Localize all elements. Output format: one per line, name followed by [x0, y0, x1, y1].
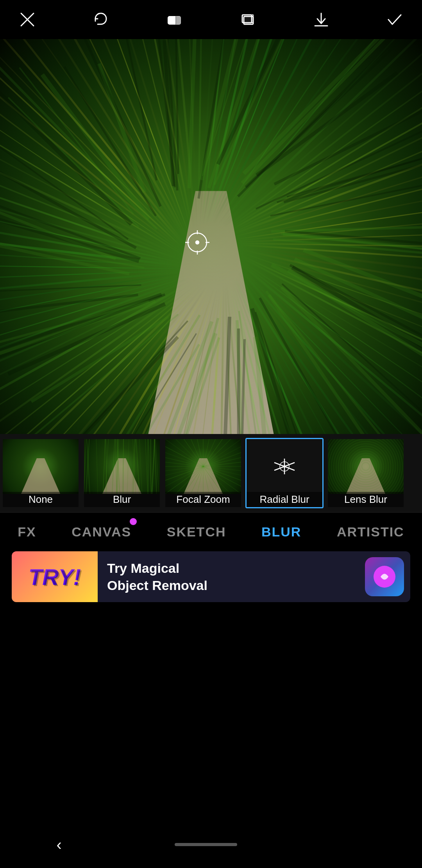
- bottom-nav: ‹: [0, 821, 422, 868]
- swirl-canvas: [0, 39, 422, 473]
- eraser-button[interactable]: [163, 8, 186, 31]
- filter-lens-blur-label: Lens Blur: [328, 492, 404, 507]
- ad-middle: Try MagicalObject Removal: [98, 560, 365, 594]
- filter-radial-blur-label: Radial Blur: [247, 492, 322, 507]
- filter-lens-blur[interactable]: Lens Blur: [327, 438, 405, 508]
- undo-button[interactable]: [89, 8, 113, 31]
- crosshair: [184, 229, 211, 256]
- tab-fx[interactable]: FX: [18, 520, 36, 543]
- filter-radial-blur[interactable]: Radial Blur: [245, 438, 324, 508]
- tab-blur[interactable]: BLUR: [261, 520, 301, 543]
- ad-banner[interactable]: TRY! Try MagicalObject Removal: [12, 551, 410, 602]
- tab-canvas[interactable]: CANVAS: [72, 520, 131, 543]
- tab-artistic[interactable]: ARTISTIC: [337, 520, 404, 543]
- toolbar: [0, 0, 422, 39]
- ad-app-icon: [365, 557, 404, 596]
- svg-point-10: [196, 241, 199, 244]
- filter-focal-zoom-label: Focal Zoom: [165, 492, 241, 507]
- confirm-button[interactable]: [383, 8, 406, 31]
- download-button[interactable]: [309, 8, 333, 31]
- filter-blur-label: Blur: [84, 492, 160, 507]
- ad-try-section: TRY!: [12, 551, 98, 602]
- filter-none-label: None: [3, 492, 79, 507]
- close-button[interactable]: [16, 8, 39, 31]
- ad-try-text: TRY!: [29, 564, 81, 590]
- category-tabs: FX CANVAS SKETCH BLUR ARTISTIC: [0, 512, 422, 551]
- filter-strip: None Blur Focal Zoom Radial Blur: [0, 434, 422, 512]
- ad-title: Try MagicalObject Removal: [107, 560, 356, 594]
- home-pill[interactable]: [175, 843, 237, 846]
- layers-button[interactable]: [236, 8, 259, 31]
- canvas-dot: [130, 518, 137, 525]
- tab-sketch[interactable]: SKETCH: [167, 520, 226, 543]
- filter-focal-zoom[interactable]: Focal Zoom: [164, 438, 242, 508]
- filter-none[interactable]: None: [2, 438, 80, 508]
- filter-blur[interactable]: Blur: [83, 438, 161, 508]
- svg-rect-3: [176, 16, 181, 24]
- back-button[interactable]: ‹: [56, 836, 61, 854]
- svg-point-18: [283, 465, 286, 468]
- image-canvas[interactable]: [0, 39, 422, 473]
